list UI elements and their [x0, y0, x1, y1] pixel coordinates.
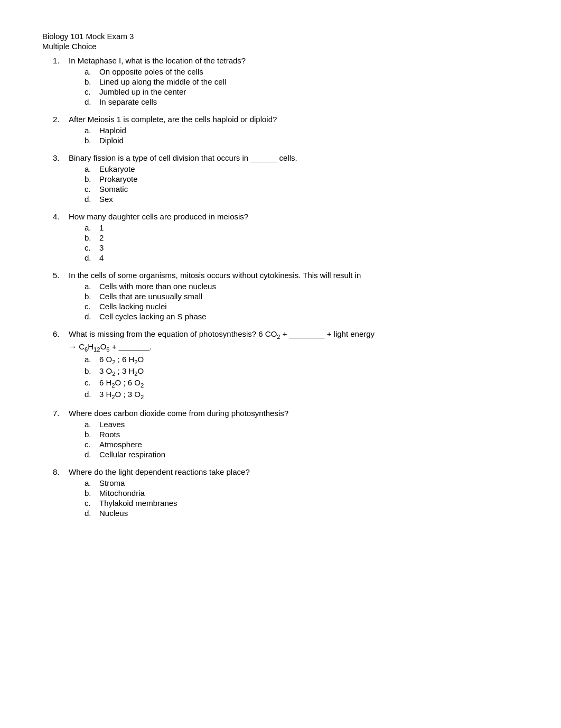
answer-body: Stroma: [99, 478, 519, 487]
answer-letter: c.: [85, 499, 99, 508]
answer-body: Somatic: [99, 185, 519, 193]
answer-letter: a.: [85, 478, 99, 487]
list-item: b. 3 O2 ; 3 H2O: [85, 366, 519, 377]
question-2: 2. After Meiosis 1 is complete, are the …: [53, 115, 519, 145]
q1-number: 1.: [53, 56, 69, 65]
answer-letter: c.: [85, 243, 99, 252]
q7-text: Where does carbon dioxide come from duri…: [69, 409, 519, 418]
page-title: Biology 101 Mock Exam 3: [42, 32, 519, 41]
q7-answers: a. Leaves b. Roots c. Atmosphere d. Cell…: [85, 420, 519, 459]
section-title: Multiple Choice: [42, 42, 519, 51]
question-7: 7. Where does carbon dioxide come from d…: [53, 409, 519, 459]
answer-letter: d.: [85, 97, 99, 106]
q6-number: 6.: [53, 329, 69, 338]
answer-body: Prokaryote: [99, 174, 519, 183]
answer-letter: c.: [85, 185, 99, 193]
q2-answers: a. Haploid b. Diploid: [85, 126, 519, 145]
answer-body: Mitochondria: [99, 489, 519, 497]
list-item: b. 2: [85, 233, 519, 242]
answer-body: 6 H2O ; 6 O2: [99, 378, 519, 389]
answer-letter: a.: [85, 355, 99, 364]
list-item: d. In separate cells: [85, 97, 519, 106]
answer-letter: b.: [85, 233, 99, 242]
answer-letter: b.: [85, 77, 99, 86]
q2-text: After Meiosis 1 is complete, are the cel…: [69, 115, 519, 124]
list-item: c. Somatic: [85, 185, 519, 193]
list-item: a. Haploid: [85, 126, 519, 135]
answer-body: Thylakoid membranes: [99, 499, 519, 508]
q8-answers: a. Stroma b. Mitochondria c. Thylakoid m…: [85, 478, 519, 518]
q1-text: In Metaphase I, what is the location of …: [69, 56, 519, 65]
q3-number: 3.: [53, 153, 69, 162]
answer-body: Diploid: [99, 136, 519, 145]
answer-body: Sex: [99, 195, 519, 204]
answer-letter: d.: [85, 195, 99, 204]
answer-body: 3 O2 ; 3 H2O: [99, 366, 519, 377]
list-item: b. Mitochondria: [85, 489, 519, 497]
q5-text: In the cells of some organisms, mitosis …: [69, 271, 519, 280]
list-item: a. Leaves: [85, 420, 519, 429]
section-text: Multiple Choice: [42, 42, 97, 51]
answer-body: Leaves: [99, 420, 519, 429]
list-item: d. Cell cycles lacking an S phase: [85, 312, 519, 321]
title-text: Biology 101 Mock Exam 3: [42, 32, 134, 41]
q5-answers: a. Cells with more than one nucleus b. C…: [85, 282, 519, 321]
q4-text: How many daughter cells are produced in …: [69, 212, 519, 221]
answer-letter: b.: [85, 174, 99, 183]
q2-number: 2.: [53, 115, 69, 124]
list-item: b. Roots: [85, 430, 519, 439]
q6-answers: a. 6 O2 ; 6 H2O b. 3 O2 ; 3 H2O c. 6 H2O…: [85, 355, 519, 400]
list-item: c. 6 H2O ; 6 O2: [85, 378, 519, 389]
question-6: 6. What is missing from the equation of …: [53, 329, 519, 400]
answer-body: Atmosphere: [99, 440, 519, 449]
answer-letter: b.: [85, 366, 99, 375]
answer-letter: c.: [85, 87, 99, 96]
answer-letter: a.: [85, 420, 99, 429]
answer-letter: b.: [85, 489, 99, 497]
question-4: 4. How many daughter cells are produced …: [53, 212, 519, 262]
answer-letter: a.: [85, 67, 99, 76]
list-item: a. Cells with more than one nucleus: [85, 282, 519, 291]
q4-number: 4.: [53, 212, 69, 221]
answer-letter: d.: [85, 390, 99, 399]
answer-body: 4: [99, 253, 519, 262]
answer-body: Jumbled up in the center: [99, 87, 519, 96]
question-8: 8. Where do the light dependent reaction…: [53, 467, 519, 518]
answer-body: On opposite poles of the cells: [99, 67, 519, 76]
list-item: d. 4: [85, 253, 519, 262]
questions-list: 1. In Metaphase I, what is the location …: [53, 56, 519, 518]
answer-body: Roots: [99, 430, 519, 439]
answer-body: Lined up along the middle of the cell: [99, 77, 519, 86]
answer-letter: d.: [85, 253, 99, 262]
answer-letter: a.: [85, 164, 99, 173]
question-5: 5. In the cells of some organisms, mitos…: [53, 271, 519, 321]
q4-answers: a. 1 b. 2 c. 3 d. 4: [85, 223, 519, 262]
answer-body: 3 H2O ; 3 O2: [99, 390, 519, 400]
answer-letter: a.: [85, 223, 99, 232]
answer-body: Cell cycles lacking an S phase: [99, 312, 519, 321]
answer-body: Nucleus: [99, 509, 519, 518]
answer-letter: d.: [85, 312, 99, 321]
answer-letter: c.: [85, 440, 99, 449]
answer-letter: d.: [85, 450, 99, 459]
list-item: d. Cellular respiration: [85, 450, 519, 459]
q3-answers: a. Eukaryote b. Prokaryote c. Somatic d.…: [85, 164, 519, 204]
list-item: a. Eukaryote: [85, 164, 519, 173]
list-item: d. 3 H2O ; 3 O2: [85, 390, 519, 400]
list-item: a. Stroma: [85, 478, 519, 487]
q3-text: Binary fission is a type of cell divisio…: [69, 153, 519, 162]
list-item: c. 3: [85, 243, 519, 252]
answer-letter: b.: [85, 136, 99, 145]
list-item: a. On opposite poles of the cells: [85, 67, 519, 76]
q7-number: 7.: [53, 409, 69, 418]
list-item: b. Prokaryote: [85, 174, 519, 183]
answer-letter: c.: [85, 302, 99, 311]
list-item: d. Nucleus: [85, 509, 519, 518]
answer-body: 6 O2 ; 6 H2O: [99, 355, 519, 365]
answer-body: Cells that are unusually small: [99, 292, 519, 301]
answer-letter: b.: [85, 292, 99, 301]
answer-body: Haploid: [99, 126, 519, 135]
answer-body: Cells lacking nuclei: [99, 302, 519, 311]
answer-body: 3: [99, 243, 519, 252]
q6-continuation: → C6H12O6 + _______.: [69, 342, 519, 353]
